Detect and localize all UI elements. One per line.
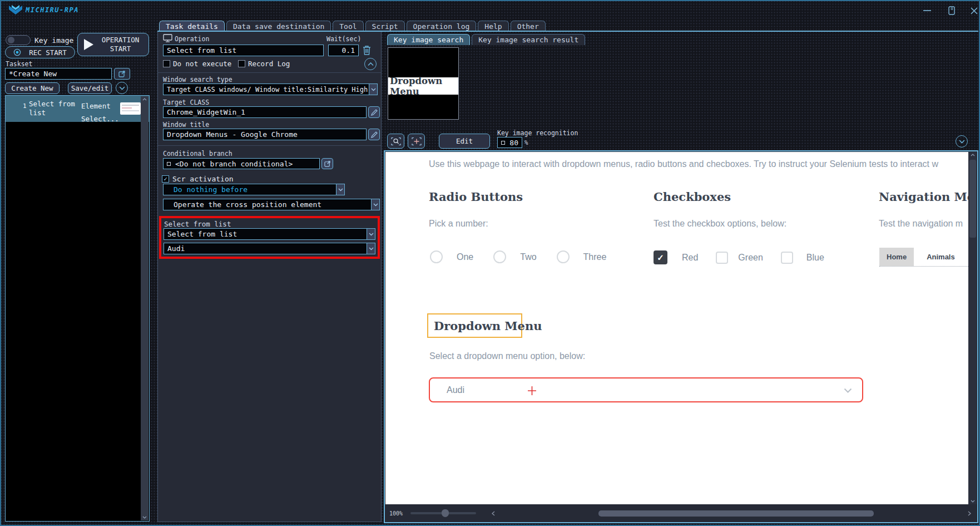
- rec-start-button[interactable]: REC START: [5, 46, 75, 58]
- do-not-execute-checkbox[interactable]: [163, 60, 170, 67]
- task-list-scrollbar[interactable]: [141, 96, 149, 520]
- pencil-icon: [371, 131, 378, 138]
- chevron-down-icon: [369, 84, 377, 95]
- window-title-input[interactable]: Dropdown Menus - Google Chrome: [163, 129, 367, 140]
- select-from-list-action-select[interactable]: Select from list: [164, 228, 375, 240]
- scrollbar-thumb[interactable]: [969, 160, 976, 238]
- tab-help[interactable]: Help: [478, 21, 508, 32]
- nav-tab-home[interactable]: Home: [879, 248, 914, 266]
- radio-two-label: Two: [520, 252, 536, 262]
- operation-value: Select from list: [167, 46, 236, 55]
- tab-other[interactable]: Other: [511, 21, 546, 32]
- tab-task-details[interactable]: Task details: [159, 21, 225, 32]
- minimize-button[interactable]: [919, 4, 936, 17]
- record-icon: [13, 48, 21, 56]
- target-class-input[interactable]: Chrome_WidgetWin_1: [163, 106, 367, 118]
- tab-data-save-destination[interactable]: Data save destination: [226, 21, 331, 32]
- capture-position-button[interactable]: [408, 134, 425, 149]
- webpage-vertical-scrollbar[interactable]: [968, 152, 977, 504]
- radio-one-label: One: [457, 252, 473, 262]
- app-logo-icon: [8, 4, 23, 17]
- key-image-toggle[interactable]: [6, 35, 31, 45]
- nav-tab-animals[interactable]: Animals: [919, 248, 962, 266]
- nav-section-subtitle: Test the navigation m: [879, 219, 963, 229]
- wait-value: 0.1: [342, 46, 355, 55]
- close-icon: [971, 7, 978, 14]
- record-log-checkbox-row[interactable]: Record Log: [238, 60, 290, 68]
- zoom-slider[interactable]: [410, 512, 476, 514]
- task-details-panel: Operation Wait(sec) Select from list 0.1…: [157, 32, 382, 522]
- taskset-expand-button[interactable]: [116, 82, 128, 94]
- collapse-section-button[interactable]: [364, 58, 377, 70]
- car-dropdown-select[interactable]: Audi: [429, 377, 863, 402]
- create-new-button[interactable]: Create New: [5, 82, 60, 94]
- scroll-down-icon: [142, 516, 147, 519]
- key-image-preview[interactable]: Dropdown Menu: [388, 47, 459, 120]
- key-image-panel-expand-button[interactable]: [956, 135, 968, 148]
- save-edit-button[interactable]: Save/edit: [68, 82, 112, 94]
- zoom-slider-thumb[interactable]: [442, 509, 449, 517]
- key-image-recognition-input[interactable]: 80: [497, 137, 522, 148]
- radio-one[interactable]: [430, 250, 443, 263]
- checkbox-green[interactable]: [716, 252, 728, 264]
- key-image-edit-button[interactable]: Edit: [439, 134, 490, 149]
- tab-script[interactable]: Script: [365, 21, 405, 32]
- do-not-execute-label: Do not execute: [173, 60, 231, 68]
- trash-icon[interactable]: [362, 45, 372, 56]
- create-new-label: Create New: [11, 84, 53, 92]
- target-class-edit-button[interactable]: [368, 106, 380, 118]
- task-row-selected[interactable]: 1 Select from list Element Select...: [6, 96, 149, 122]
- task-index: 1: [23, 102, 27, 110]
- horizontal-scrollbar[interactable]: [598, 510, 874, 517]
- divider: [158, 72, 381, 73]
- do-not-execute-checkbox-row[interactable]: Do not execute: [163, 60, 231, 68]
- tab-key-image-search-result[interactable]: Key image search result: [472, 34, 585, 45]
- zoom-search-button[interactable]: [387, 134, 404, 149]
- radio-three[interactable]: [557, 250, 570, 263]
- checkbox-section-subtitle: Test the checkbox options, below:: [654, 219, 786, 229]
- browser-view: Use this webpage to interact with dropdo…: [384, 150, 978, 523]
- conditional-branch-value: <Do not branch conditional>: [175, 160, 293, 168]
- external-link-icon: [324, 160, 331, 167]
- minimize-icon: [923, 9, 931, 12]
- tab-key-image-search[interactable]: Key image search: [387, 34, 470, 45]
- scroll-left-icon[interactable]: [492, 511, 495, 516]
- before-action-select[interactable]: Do nothing before: [163, 184, 345, 195]
- pencil-icon: [371, 109, 378, 116]
- wait-input[interactable]: 0.1: [328, 45, 359, 56]
- chevron-down-icon: [371, 199, 379, 210]
- checkbox-blue[interactable]: [781, 252, 793, 264]
- percent-label: %: [524, 139, 528, 146]
- checkbox-red[interactable]: [654, 250, 667, 264]
- window-title-edit-button[interactable]: [368, 129, 380, 140]
- radio-section-title: Radio Buttons: [429, 190, 523, 204]
- key-image-tabbar: Key image search Key image search result: [387, 34, 585, 45]
- operation-input[interactable]: Select from list: [163, 45, 324, 56]
- scroll-up-icon: [971, 154, 975, 156]
- scr-activation-checkbox[interactable]: [162, 175, 169, 183]
- scroll-right-icon[interactable]: [968, 511, 971, 516]
- taskset-input[interactable]: *Create New: [5, 68, 112, 80]
- taskset-edit-button[interactable]: [114, 68, 130, 80]
- scr-activation-label: Scr activation: [172, 175, 234, 183]
- close-button[interactable]: [966, 4, 980, 17]
- checkbox-green-label: Green: [738, 253, 763, 263]
- dropdown-section-title: Dropdown Menu: [434, 319, 542, 333]
- key-image-toggle-label: Key image: [34, 36, 73, 45]
- click-position-cross-icon: [527, 386, 537, 396]
- radio-two[interactable]: [493, 250, 506, 263]
- conditional-branch-edit-button[interactable]: [321, 158, 333, 169]
- scr-activation-row[interactable]: Scr activation: [162, 175, 234, 183]
- operation-start-button[interactable]: OPERATION START: [77, 33, 149, 56]
- cross-position-select[interactable]: Operate the cross position element: [163, 199, 380, 210]
- tab-tool[interactable]: Tool: [333, 21, 363, 32]
- chevron-down-icon: [959, 140, 965, 144]
- tab-operation-log[interactable]: Operation log: [407, 21, 477, 32]
- window-search-type-select[interactable]: Target CLASS windows/ Window title:Simil…: [163, 83, 378, 95]
- nav-tabs-row: Home Animals Sp: [879, 248, 968, 267]
- maximize-button[interactable]: [943, 4, 960, 17]
- select-from-list-option-select[interactable]: Audi: [164, 243, 375, 254]
- dropdown-section-subtitle: Select a dropdown menu option, below:: [429, 351, 585, 361]
- conditional-branch-field[interactable]: <Do not branch conditional>: [163, 158, 320, 169]
- record-log-checkbox[interactable]: [238, 60, 245, 67]
